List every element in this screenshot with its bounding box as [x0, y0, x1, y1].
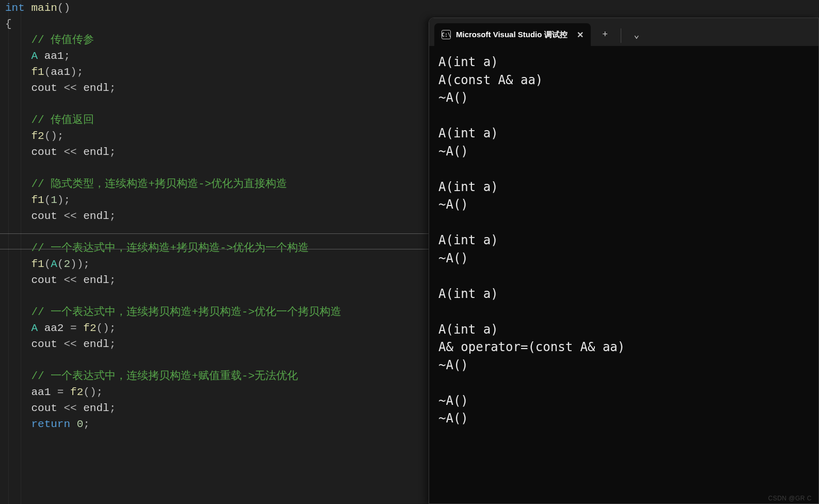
indent-guide	[21, 0, 21, 504]
code-line[interactable]: A aa1;	[5, 48, 429, 64]
terminal-output[interactable]: A(int a) A(const A& aa) ~A() A(int a) ~A…	[429, 46, 818, 503]
code-line[interactable]: cout << endl;	[5, 144, 429, 160]
code-line[interactable]: // 传值传参	[5, 32, 429, 48]
tab-title: Microsoft Visual Studio 调试控	[456, 30, 568, 40]
terminal-icon: C:\	[442, 30, 451, 39]
code-line[interactable]: // 隐式类型，连续构造+拷贝构造->优化为直接构造	[5, 176, 429, 192]
code-line[interactable]: // 一个表达式中，连续构造+拷贝构造->优化为一个构造	[5, 240, 429, 256]
code-line[interactable]	[5, 96, 429, 112]
code-line[interactable]: f1(aa1);	[5, 64, 429, 80]
code-line[interactable]	[5, 160, 429, 176]
code-line[interactable]: f1(1);	[5, 192, 429, 208]
code-line[interactable]: cout << endl;	[5, 336, 429, 352]
new-tab-button[interactable]: +	[595, 23, 616, 46]
terminal-window[interactable]: C:\ Microsoft Visual Studio 调试控 ✕ + ⌄ A(…	[429, 18, 819, 504]
code-line[interactable]: A aa2 = f2();	[5, 320, 429, 336]
code-line[interactable]: {	[5, 16, 429, 32]
indent-guide	[8, 0, 9, 504]
tab-dropdown-button[interactable]: ⌄	[626, 23, 647, 46]
code-line[interactable]: return 0;	[5, 416, 429, 432]
code-line[interactable]: int main()	[5, 0, 429, 16]
code-line[interactable]	[5, 288, 429, 304]
code-line[interactable]: f1(A(2));	[5, 256, 429, 272]
close-icon[interactable]: ✕	[577, 30, 584, 40]
code-line[interactable]: cout << endl;	[5, 400, 429, 416]
code-line[interactable]: cout << endl;	[5, 272, 429, 288]
code-line[interactable]: cout << endl;	[5, 80, 429, 96]
separator	[621, 28, 621, 43]
code-editor[interactable]: int main(){ // 传值传参 A aa1; f1(aa1); cout…	[0, 0, 429, 504]
terminal-tabbar: C:\ Microsoft Visual Studio 调试控 ✕ + ⌄	[429, 18, 818, 46]
code-line[interactable]	[5, 224, 429, 240]
watermark: CSDN @GR C	[768, 495, 812, 502]
code-line[interactable]	[5, 352, 429, 368]
code-line[interactable]: aa1 = f2();	[5, 384, 429, 400]
terminal-tab[interactable]: C:\ Microsoft Visual Studio 调试控 ✕	[434, 23, 591, 46]
code-line[interactable]: f2();	[5, 128, 429, 144]
code-line[interactable]: // 传值返回	[5, 112, 429, 128]
code-content[interactable]: int main(){ // 传值传参 A aa1; f1(aa1); cout…	[5, 0, 429, 432]
code-line[interactable]: // 一个表达式中，连续拷贝构造+赋值重载->无法优化	[5, 368, 429, 384]
code-line[interactable]: cout << endl;	[5, 208, 429, 224]
code-line[interactable]: // 一个表达式中，连续拷贝构造+拷贝构造->优化一个拷贝构造	[5, 304, 429, 320]
